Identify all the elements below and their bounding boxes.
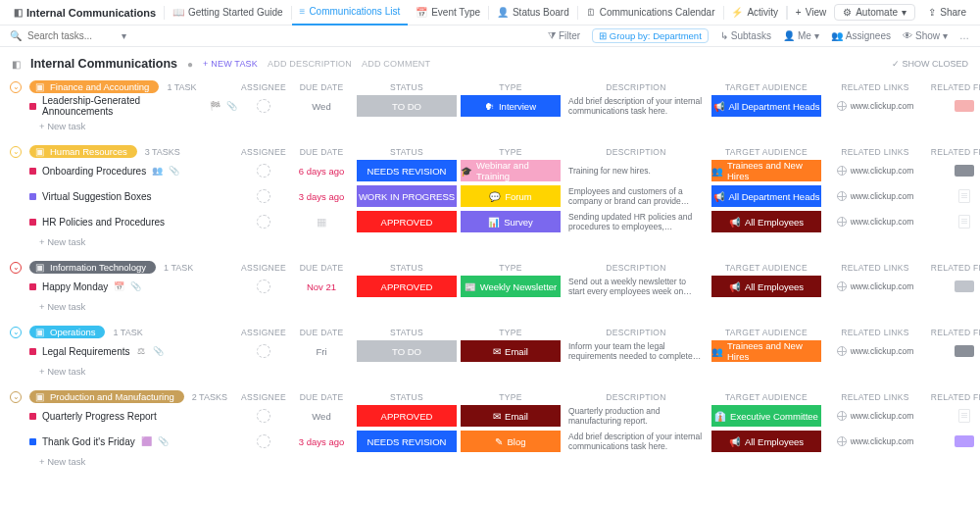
status-cell[interactable]: APPROVED <box>357 211 457 232</box>
pin-icon[interactable]: ● <box>187 59 193 70</box>
task-row[interactable]: Quarterly Progress Report Wed APPROVED ✉… <box>10 403 970 429</box>
view-tab[interactable]: ⚡Activity <box>723 0 786 25</box>
assignee-cell[interactable] <box>241 434 286 448</box>
type-cell[interactable]: 📊Survey <box>461 211 561 232</box>
file-cell[interactable] <box>929 409 980 423</box>
status-cell[interactable]: TO DO <box>357 95 457 117</box>
link-cell[interactable]: www.clickup.com <box>825 101 925 111</box>
description-cell[interactable]: Inform your team the legal requirements … <box>564 341 708 361</box>
audience-cell[interactable]: 📢All Department Heads <box>711 95 821 117</box>
task-name[interactable]: Quarterly Progress Report <box>42 411 157 422</box>
new-task-button[interactable]: + NEW TASK <box>203 59 258 69</box>
audience-cell[interactable]: 📢All Employees <box>711 276 821 297</box>
type-cell[interactable]: 🎓Webinar and Training <box>461 160 561 181</box>
audience-cell[interactable]: 📢All Employees <box>711 431 821 452</box>
assignee-cell[interactable] <box>241 99 286 113</box>
add-task-button[interactable]: + New task <box>10 234 970 249</box>
task-name[interactable]: Virtual Suggestion Boxes <box>42 191 152 202</box>
due-date-cell[interactable]: Fri <box>290 346 353 357</box>
description-cell[interactable]: Send out a weekly newsletter to start ev… <box>564 277 708 296</box>
group-collapse-toggle[interactable]: ⌄ <box>10 81 22 93</box>
view-tab[interactable]: 📅Event Type <box>408 0 488 25</box>
link-cell[interactable]: www.clickup.com <box>825 436 925 446</box>
type-cell[interactable]: ✉Email <box>461 340 561 362</box>
group-name-chip[interactable]: ▣ Finance and Accounting <box>29 80 159 93</box>
task-name[interactable]: Legal Requirements <box>42 346 130 357</box>
status-cell[interactable]: APPROVED <box>357 405 457 427</box>
file-cell[interactable] <box>929 435 980 447</box>
show-button[interactable]: 👁Show ▾ <box>903 30 948 41</box>
filter-button[interactable]: ⧩Filter <box>548 30 580 42</box>
link-cell[interactable]: www.clickup.com <box>825 281 925 291</box>
link-cell[interactable]: www.clickup.com <box>825 191 925 201</box>
file-cell[interactable] <box>929 345 980 357</box>
add-view-button[interactable]: + View <box>788 0 834 25</box>
add-task-button[interactable]: + New task <box>10 119 970 133</box>
due-date-cell[interactable]: 3 days ago <box>290 191 353 202</box>
automate-button[interactable]: ⚙ Automate ▾ <box>834 4 915 21</box>
group-name-chip[interactable]: ▣ Production and Manufacturing <box>29 390 184 403</box>
type-cell[interactable]: ✎Blog <box>461 431 561 452</box>
file-cell[interactable] <box>929 280 980 292</box>
type-cell[interactable]: 🗣Interview <box>461 95 561 117</box>
link-cell[interactable]: www.clickup.com <box>825 166 925 176</box>
group-name-chip[interactable]: ▣ Information Technology <box>29 261 156 274</box>
type-cell[interactable]: 💬Forum <box>461 185 561 207</box>
search-input[interactable] <box>27 30 116 41</box>
add-task-button[interactable]: + New task <box>10 454 970 469</box>
task-name[interactable]: Leadership-Generated Announcements <box>42 95 204 117</box>
task-name[interactable]: Onboarding Procedures <box>42 166 146 177</box>
assignee-cell[interactable] <box>241 344 286 358</box>
group-collapse-toggle[interactable]: ⌄ <box>10 262 22 274</box>
due-date-cell[interactable]: 3 days ago <box>290 436 353 447</box>
group-name-chip[interactable]: ▣ Human Resources <box>29 145 137 158</box>
assignee-cell[interactable] <box>241 409 286 423</box>
link-cell[interactable]: www.clickup.com <box>825 346 925 356</box>
show-closed-toggle[interactable]: ✓ SHOW CLOSED <box>892 59 968 69</box>
view-tab[interactable]: 👤Status Board <box>489 0 577 25</box>
group-collapse-toggle[interactable]: ⌄ <box>10 327 22 338</box>
group-collapse-toggle[interactable]: ⌄ <box>10 146 22 158</box>
due-date-cell[interactable]: ▦ <box>290 216 353 229</box>
task-row[interactable]: Virtual Suggestion Boxes 3 days ago WORK… <box>10 183 970 209</box>
audience-cell[interactable]: 📢All Department Heads <box>711 185 821 207</box>
add-task-button[interactable]: + New task <box>10 299 970 314</box>
file-cell[interactable] <box>929 215 980 229</box>
status-cell[interactable]: NEEDS REVISION <box>357 431 457 452</box>
group-collapse-toggle[interactable]: ⌄ <box>10 391 22 403</box>
view-tab[interactable]: ≡Communications List <box>292 0 409 25</box>
assignee-cell[interactable] <box>241 215 286 229</box>
group-name-chip[interactable]: ▣ Operations <box>29 326 105 338</box>
link-cell[interactable]: www.clickup.com <box>825 411 925 421</box>
due-date-cell[interactable]: 6 days ago <box>290 166 353 177</box>
task-name[interactable]: Happy Monday <box>42 281 108 292</box>
task-name[interactable]: Thank God it's Friday <box>42 436 135 447</box>
due-date-cell[interactable]: Wed <box>290 411 353 422</box>
more-menu-button[interactable]: … <box>959 30 970 41</box>
task-row[interactable]: Leadership-Generated Announcements 🏁📎 We… <box>10 93 970 119</box>
description-cell[interactable]: Employees and customers of a company or … <box>564 186 708 206</box>
status-cell[interactable]: NEEDS REVISION <box>357 160 457 181</box>
audience-cell[interactable]: 👥Trainees and New Hires <box>711 340 821 362</box>
type-cell[interactable]: ✉Email <box>461 405 561 427</box>
search-box[interactable]: 🔍 ▾ <box>10 30 137 41</box>
status-cell[interactable]: TO DO <box>357 340 457 362</box>
file-cell[interactable] <box>929 165 980 177</box>
description-cell[interactable]: Sending updated HR policies and procedur… <box>564 212 708 231</box>
share-button[interactable]: ⇪ Share <box>920 5 974 20</box>
view-tab[interactable]: 🗓Communications Calendar <box>578 0 723 25</box>
description-cell[interactable]: Add brief description of your internal c… <box>564 96 708 116</box>
space-title-tab[interactable]: ◧ Internal Communications <box>6 0 164 25</box>
file-cell[interactable] <box>929 189 980 203</box>
assignee-cell[interactable] <box>241 189 286 203</box>
task-row[interactable]: Happy Monday 📅📎 Nov 21 APPROVED 📰Weekly … <box>10 274 970 299</box>
link-cell[interactable]: www.clickup.com <box>825 217 925 227</box>
add-task-button[interactable]: + New task <box>10 364 970 379</box>
assignee-cell[interactable] <box>241 164 286 178</box>
description-cell[interactable]: Add brief description of your internal c… <box>564 432 708 451</box>
task-row[interactable]: Onboarding Procedures 👥📎 6 days ago NEED… <box>10 158 970 183</box>
assignees-button[interactable]: 👥Assignees <box>831 30 891 41</box>
task-row[interactable]: HR Policies and Procedures ▦ APPROVED 📊S… <box>10 209 970 234</box>
chevron-down-icon[interactable]: ▾ <box>122 30 126 41</box>
group-by-button[interactable]: ⊞ Group by: Department <box>592 28 709 43</box>
